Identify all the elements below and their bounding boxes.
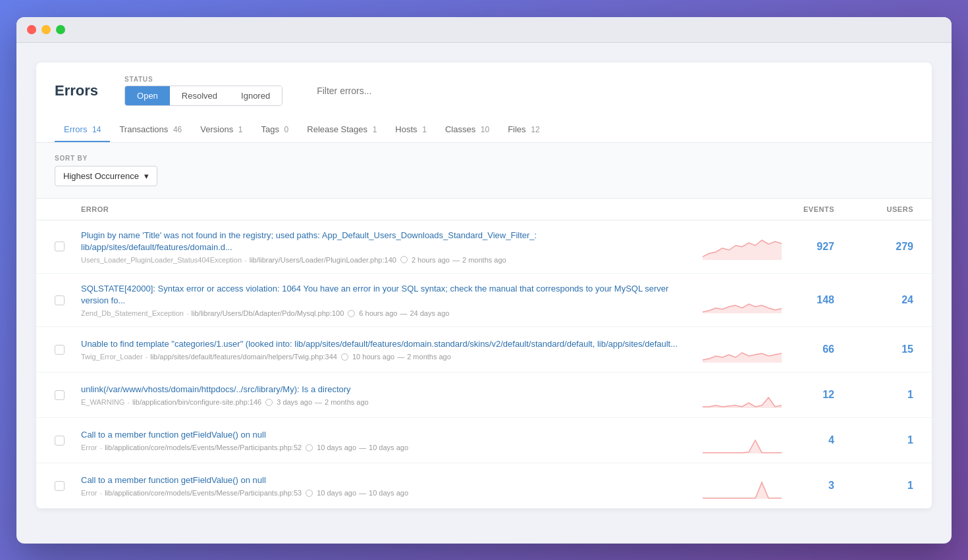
error-content: SQLSTATE[42000]: Syntax error or access … bbox=[81, 283, 703, 317]
table-row: unlink(/var/www/vhosts/domain/httpdocs/.… bbox=[36, 372, 932, 418]
sort-section: SORT BY Highest Occurrence ▾ bbox=[36, 143, 932, 199]
status-group: STATUS Open Resolved Ignored bbox=[124, 76, 282, 106]
error-message[interactable]: unlink(/var/www/vhosts/domain/httpdocs/.… bbox=[81, 384, 689, 395]
table-row: SQLSTATE[42000]: Syntax error or access … bbox=[36, 274, 932, 327]
clock-icon bbox=[348, 310, 355, 317]
status-label: STATUS bbox=[124, 76, 282, 83]
error-meta: E_WARNING - lib/application/bin/configur… bbox=[81, 398, 689, 406]
time-ago: 3 days ago bbox=[277, 398, 312, 406]
events-value: 4 bbox=[768, 434, 834, 446]
sort-dropdown[interactable]: Highest Occurrence ▾ bbox=[55, 166, 157, 186]
tabs-container: Errors 14 Transactions 46 Versions 1 Tag… bbox=[55, 118, 913, 142]
error-message[interactable]: Plugin by name 'Title' was not found in … bbox=[81, 230, 689, 253]
app-card: Errors STATUS Open Resolved Ignored bbox=[36, 63, 932, 509]
error-message[interactable]: SQLSTATE[42000]: Syntax error or access … bbox=[81, 283, 689, 307]
sparkline-chart bbox=[703, 382, 768, 408]
table-header-row: ERROR EVENTS USERS bbox=[36, 199, 932, 220]
clock-icon bbox=[306, 490, 313, 497]
clock-icon bbox=[341, 353, 348, 361]
date-range: 2 months ago bbox=[325, 398, 369, 406]
file-path: lib/library/Users/Db/Adapter/Pdo/Mysql.p… bbox=[192, 309, 344, 317]
sparkline-chart bbox=[703, 472, 768, 499]
time-ago: 10 days ago bbox=[317, 489, 356, 497]
error-meta: Zend_Db_Statement_Exception - lib/librar… bbox=[81, 309, 689, 317]
row-checkbox[interactable] bbox=[55, 345, 81, 355]
error-content: unlink(/var/www/vhosts/domain/httpdocs/.… bbox=[81, 384, 703, 406]
users-value: 15 bbox=[834, 344, 913, 355]
row-checkbox[interactable] bbox=[55, 390, 81, 400]
exception-name: Users_Loader_PluginLoader_Status404Excep… bbox=[81, 256, 242, 264]
time-ago: 10 hours ago bbox=[352, 353, 394, 361]
row-checkbox[interactable] bbox=[55, 481, 81, 491]
table-row: Call to a member function getFieldValue(… bbox=[36, 418, 932, 463]
tab-versions[interactable]: Versions 1 bbox=[191, 118, 252, 142]
errors-table: ERROR EVENTS USERS Plugin by name 'Title… bbox=[36, 199, 932, 509]
tab-tags[interactable]: Tags 0 bbox=[252, 118, 298, 142]
row-checkbox[interactable] bbox=[55, 295, 81, 305]
table-row: Unable to find template "categories/1.us… bbox=[36, 327, 932, 372]
error-content: Unable to find template "categories/1.us… bbox=[81, 338, 703, 361]
sparkline-chart bbox=[703, 336, 768, 363]
col-users-header: USERS bbox=[834, 205, 913, 213]
error-content: Call to a member function getFieldValue(… bbox=[81, 429, 703, 451]
browser-content: Errors STATUS Open Resolved Ignored bbox=[16, 43, 952, 529]
error-meta: Twig_Error_Loader - lib/app/sites/defaul… bbox=[81, 353, 689, 361]
error-meta: Error - lib/application/core/models/Even… bbox=[81, 444, 689, 451]
error-meta: Error - lib/application/core/models/Even… bbox=[81, 489, 689, 497]
exception-name: Twig_Error_Loader bbox=[81, 353, 143, 361]
status-ignored-button[interactable]: Ignored bbox=[229, 86, 282, 105]
error-message[interactable]: Unable to find template "categories/1.us… bbox=[81, 338, 689, 350]
tab-errors[interactable]: Errors 14 bbox=[55, 118, 110, 142]
tab-transactions[interactable]: Transactions 46 bbox=[110, 118, 191, 142]
date-range: 10 days ago bbox=[369, 444, 408, 451]
exception-name: E_WARNING bbox=[81, 398, 124, 406]
exception-name: Error bbox=[81, 489, 97, 497]
date-range: 2 months ago bbox=[407, 353, 451, 361]
status-resolved-button[interactable]: Resolved bbox=[170, 86, 229, 105]
tab-hosts[interactable]: Hosts 1 bbox=[386, 118, 436, 142]
browser-window: Errors STATUS Open Resolved Ignored bbox=[16, 17, 952, 544]
minimize-button[interactable] bbox=[41, 25, 51, 34]
file-path: lib/application/core/models/Events/Messe… bbox=[105, 444, 302, 451]
error-content: Call to a member function getFieldValue(… bbox=[81, 474, 703, 497]
events-value: 12 bbox=[768, 389, 834, 401]
error-message[interactable]: Call to a member function getFieldValue(… bbox=[81, 474, 689, 486]
table-row: Plugin by name 'Title' was not found in … bbox=[36, 220, 932, 274]
status-open-button[interactable]: Open bbox=[125, 86, 170, 105]
sparkline-chart bbox=[703, 427, 768, 453]
events-value: 927 bbox=[768, 241, 834, 253]
sparkline-chart bbox=[703, 234, 768, 260]
users-value: 1 bbox=[834, 389, 913, 401]
events-value: 148 bbox=[768, 294, 834, 306]
col-events-header: EVENTS bbox=[768, 205, 834, 213]
row-checkbox[interactable] bbox=[55, 436, 81, 445]
error-message[interactable]: Call to a member function getFieldValue(… bbox=[81, 429, 689, 441]
row-checkbox[interactable] bbox=[55, 242, 81, 251]
error-meta: Users_Loader_PluginLoader_Status404Excep… bbox=[81, 256, 689, 264]
col-spacer-header bbox=[703, 205, 768, 213]
file-path: lib/application/bin/configure-site.php:1… bbox=[132, 398, 261, 406]
browser-titlebar bbox=[16, 17, 952, 43]
users-value: 279 bbox=[834, 241, 913, 253]
close-button[interactable] bbox=[27, 25, 36, 34]
time-ago: 10 days ago bbox=[317, 444, 356, 451]
sort-value: Highest Occurrence bbox=[63, 171, 139, 181]
users-value: 24 bbox=[834, 294, 913, 306]
tab-release-stages[interactable]: Release Stages 1 bbox=[298, 118, 386, 142]
date-range: 2 months ago bbox=[462, 256, 506, 264]
time-ago: 2 hours ago bbox=[412, 256, 450, 264]
chevron-down-icon: ▾ bbox=[144, 171, 149, 181]
events-value: 66 bbox=[768, 344, 834, 355]
status-button-group: Open Resolved Ignored bbox=[124, 86, 282, 106]
exception-name: Zend_Db_Statement_Exception bbox=[81, 309, 184, 317]
page-title: Errors bbox=[55, 82, 98, 99]
clock-icon bbox=[400, 256, 408, 263]
maximize-button[interactable] bbox=[56, 25, 65, 34]
filter-input[interactable] bbox=[309, 80, 913, 101]
date-range: 10 days ago bbox=[369, 489, 408, 497]
col-error-header: ERROR bbox=[81, 205, 703, 213]
tab-files[interactable]: Files 12 bbox=[498, 118, 549, 142]
file-path: lib/library/Users/Loader/PluginLoader.ph… bbox=[250, 256, 396, 264]
exception-name: Error bbox=[81, 444, 97, 451]
tab-classes[interactable]: Classes 10 bbox=[436, 118, 498, 142]
